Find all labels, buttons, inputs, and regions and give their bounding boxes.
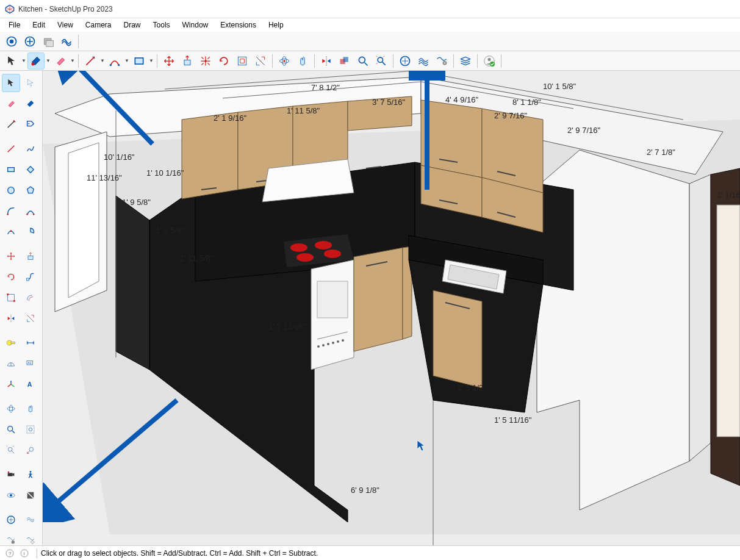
move-tool-icon[interactable] — [160, 52, 178, 70]
zoom-icon[interactable] — [2, 420, 20, 439]
tape-icon[interactable] — [2, 334, 20, 352]
rotate-tool-icon[interactable] — [215, 52, 232, 70]
position-camera-icon[interactable] — [2, 465, 20, 484]
svg-point-46 — [29, 428, 32, 431]
warehouse2-icon[interactable] — [2, 511, 20, 529]
zoom-tool-icon[interactable] — [354, 52, 372, 70]
paint-dropdown-icon[interactable]: ▼ — [45, 58, 51, 63]
line-icon[interactable] — [2, 140, 20, 158]
svg-rect-4 — [46, 40, 54, 46]
svg-point-51 — [30, 471, 32, 473]
scale-icon[interactable] — [2, 289, 20, 307]
text-icon[interactable]: A1 — [21, 354, 40, 373]
dimension-icon[interactable] — [21, 334, 40, 352]
rectangle-icon[interactable] — [2, 160, 20, 179]
menu-file[interactable]: File — [2, 20, 26, 31]
svg-rect-69 — [717, 205, 740, 437]
extension-warehouse-icon[interactable] — [415, 52, 432, 70]
prev-view-icon[interactable] — [21, 441, 40, 459]
arc-dropdown-icon[interactable]: ▼ — [124, 58, 130, 63]
menu-help[interactable]: Help — [262, 20, 290, 31]
arc-icon[interactable] — [2, 202, 20, 220]
menu-view[interactable]: View — [51, 20, 79, 31]
select-icon[interactable] — [2, 74, 20, 92]
component-options-icon[interactable] — [40, 33, 57, 50]
protractor-icon[interactable] — [2, 354, 20, 373]
line-tool-icon[interactable] — [82, 52, 99, 70]
eraser-dropdown-icon[interactable]: ▼ — [70, 58, 76, 63]
paint-icon[interactable] — [21, 95, 40, 113]
arc-tool-icon[interactable] — [106, 52, 123, 70]
menu-draw[interactable]: Draw — [118, 20, 147, 31]
svg-point-98 — [322, 344, 325, 346]
viewport-3d[interactable]: 7' 8 1/2" 10' 1 5/8" 3' 7 5/16" 4' 4 9/1… — [43, 71, 740, 545]
flip-tool-icon[interactable] — [318, 52, 335, 70]
zoom-window-icon[interactable] — [21, 420, 40, 439]
select-tool-icon[interactable] — [3, 52, 20, 70]
section-icon[interactable] — [21, 486, 40, 504]
trimble-save-icon[interactable] — [21, 33, 38, 50]
dimension-tool-icon[interactable] — [21, 309, 40, 328]
tape-tool-icon[interactable] — [252, 52, 269, 70]
menu-camera[interactable]: Camera — [79, 20, 118, 31]
svg-point-7 — [118, 64, 120, 66]
polygon-icon[interactable] — [21, 181, 40, 199]
tag-icon[interactable] — [21, 115, 40, 134]
pan-tool-icon[interactable] — [294, 52, 311, 70]
eraser-icon[interactable] — [2, 95, 20, 113]
svg-rect-36 — [13, 300, 15, 302]
svg-point-92 — [296, 253, 314, 262]
rotated-rect-icon[interactable] — [21, 160, 40, 179]
pencil-icon[interactable] — [2, 115, 20, 134]
orbit-icon[interactable] — [2, 400, 20, 418]
3dtext-icon[interactable]: A — [21, 375, 40, 393]
circle-icon[interactable] — [2, 181, 20, 199]
offset-icon[interactable] — [21, 289, 40, 307]
offset-tool-icon[interactable] — [234, 52, 251, 70]
menu-edit[interactable]: Edit — [26, 20, 51, 31]
walk-icon[interactable] — [21, 465, 40, 484]
extension-manager-icon[interactable] — [433, 52, 450, 70]
solid-tools-icon[interactable] — [336, 52, 353, 70]
rectangle-tool-icon[interactable] — [131, 52, 148, 70]
help-icon[interactable]: ? — [4, 547, 16, 559]
rotate-icon[interactable] — [2, 268, 20, 286]
select-dropdown-icon[interactable]: ▼ — [21, 58, 27, 63]
menu-tools[interactable]: Tools — [147, 20, 176, 31]
followme-icon[interactable] — [21, 268, 40, 286]
zoom-extents2-icon[interactable] — [2, 441, 20, 459]
arc2-icon[interactable] — [21, 202, 40, 220]
window-title: Kitchen - SketchUp Pro 2023 — [18, 5, 113, 13]
rectangle-dropdown-icon[interactable]: ▼ — [148, 58, 154, 63]
pan-icon[interactable] — [21, 400, 40, 418]
line-dropdown-icon[interactable]: ▼ — [99, 58, 106, 63]
lasso-icon[interactable] — [21, 74, 40, 92]
freehand-icon[interactable] — [21, 140, 40, 158]
svg-rect-17 — [343, 57, 348, 62]
eraser-tool-icon[interactable] — [52, 52, 69, 70]
trimble-open-icon[interactable] — [3, 33, 20, 50]
pushpull-icon[interactable] — [21, 247, 40, 265]
pushpull-tool-icon[interactable] — [179, 52, 196, 70]
menu-window[interactable]: Window — [176, 20, 215, 31]
paint-tool-icon[interactable] — [27, 52, 45, 70]
svg-point-23 — [488, 58, 491, 61]
layers-icon[interactable] — [457, 52, 474, 70]
zoom-extents-icon[interactable] — [373, 52, 390, 70]
flip-icon[interactable] — [2, 309, 20, 328]
user-account-icon[interactable] — [481, 52, 498, 70]
axes-icon[interactable] — [2, 375, 20, 393]
ext-warehouse2-icon[interactable] — [21, 511, 40, 529]
pie-icon[interactable] — [21, 223, 40, 241]
arc3-icon[interactable] — [2, 223, 20, 241]
generate-report-icon[interactable] — [58, 33, 75, 50]
orbit-tool-icon[interactable] — [276, 52, 293, 70]
look-icon[interactable] — [2, 486, 20, 504]
move-icon[interactable] — [2, 247, 20, 265]
svg-point-99 — [327, 343, 329, 345]
scale-tool-icon[interactable] — [197, 52, 214, 70]
warehouse-icon[interactable] — [397, 52, 414, 70]
info-icon[interactable]: i — [18, 547, 31, 559]
svg-rect-33 — [26, 278, 29, 281]
menu-extensions[interactable]: Extensions — [214, 20, 262, 31]
